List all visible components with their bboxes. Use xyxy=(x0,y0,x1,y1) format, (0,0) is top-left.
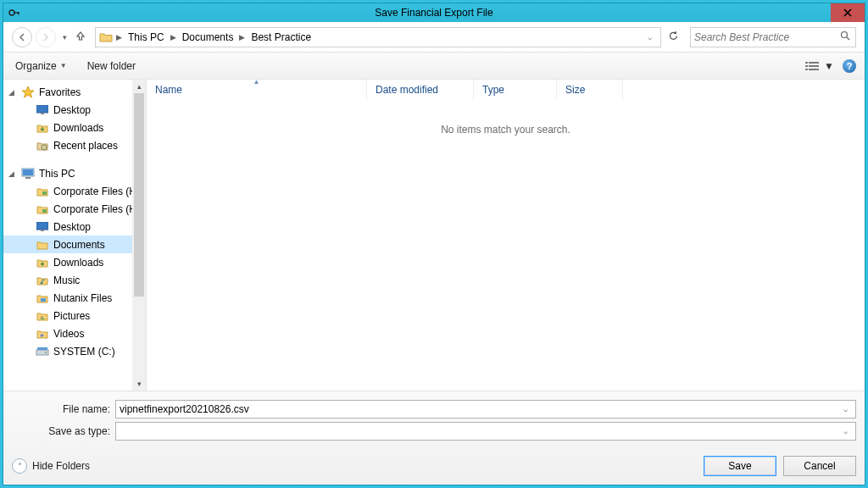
folder-icon xyxy=(36,291,49,305)
tree-this-pc[interactable]: ◢ This PC xyxy=(3,164,132,182)
crumb-this-pc[interactable]: This PC xyxy=(125,30,167,45)
tree-item-downloads[interactable]: Downloads xyxy=(3,119,132,136)
button-label: Cancel xyxy=(804,460,835,472)
tree-item-music[interactable]: Music xyxy=(3,271,132,289)
view-options-button[interactable]: ▼ xyxy=(802,58,837,74)
cancel-button[interactable]: Cancel xyxy=(783,456,856,476)
footer-panel: File name: ⌵ Save as type: ⌵ ˄ Hide Fold… xyxy=(3,391,865,485)
hide-folders-button[interactable]: ˄ Hide Folders xyxy=(12,458,90,474)
crumb-best-practice[interactable]: Best Practice xyxy=(248,30,314,45)
documents-icon xyxy=(36,238,49,252)
filename-combo[interactable]: ⌵ xyxy=(115,400,856,419)
back-button[interactable] xyxy=(12,27,32,47)
nav-bar: ▾ ▶ This PC ▶ Documents ▶ Best Practice … xyxy=(3,22,865,53)
videos-icon xyxy=(36,327,49,341)
nav-scrollbar[interactable]: ▴ ▾ xyxy=(132,80,146,391)
saveastype-input[interactable] xyxy=(120,425,838,437)
svg-rect-10 xyxy=(809,69,819,70)
file-list[interactable]: No items match your search. xyxy=(147,100,865,391)
column-name[interactable]: ▲Name xyxy=(147,80,367,100)
recent-locations-dropdown[interactable]: ▾ xyxy=(59,33,70,42)
tree-label: Nutanix Files xyxy=(53,292,112,304)
scroll-up-button[interactable]: ▴ xyxy=(132,80,146,93)
chevron-up-icon: ˄ xyxy=(12,458,27,474)
tree-item-videos[interactable]: Videos xyxy=(3,324,132,342)
chevron-right-icon[interactable]: ▶ xyxy=(114,33,124,42)
address-dropdown[interactable]: ⌵ xyxy=(643,33,657,42)
tree-item-desktop[interactable]: Desktop xyxy=(3,101,132,119)
svg-point-3 xyxy=(842,32,848,38)
sort-asc-icon: ▲ xyxy=(253,78,260,86)
svg-rect-5 xyxy=(805,62,808,64)
command-bar: Organize▼ New folder ▼ ? xyxy=(3,53,865,80)
tree-item-nutanix-files[interactable]: Nutanix Files xyxy=(3,289,132,307)
tree-item-documents[interactable]: Documents xyxy=(3,236,132,253)
svg-rect-25 xyxy=(37,347,47,350)
tree-label: Corporate Files (H xyxy=(53,186,132,197)
chevron-down-icon[interactable]: ⌵ xyxy=(838,405,852,413)
scroll-thumb[interactable] xyxy=(134,93,144,297)
svg-rect-17 xyxy=(42,191,47,195)
download-icon xyxy=(36,256,49,269)
scroll-down-button[interactable]: ▾ xyxy=(132,377,146,391)
help-button[interactable]: ? xyxy=(843,59,856,73)
title-bar[interactable]: Save Financial Export File xyxy=(3,3,865,22)
star-icon xyxy=(21,86,35,99)
address-bar[interactable]: ▶ This PC ▶ Documents ▶ Best Practice ⌵ xyxy=(95,27,661,47)
tree-item-pictures[interactable]: Pictures xyxy=(3,307,132,324)
tree-label: Videos xyxy=(53,328,84,340)
column-size[interactable]: Size xyxy=(557,80,623,100)
tree-item-recent[interactable]: Recent places xyxy=(3,136,132,154)
tree-label: Pictures xyxy=(53,310,90,322)
new-folder-button[interactable]: New folder xyxy=(84,58,139,74)
search-icon[interactable] xyxy=(838,30,852,43)
tree-item-corporate-files-h[interactable]: Corporate Files (H xyxy=(3,182,132,200)
chevron-down-icon[interactable]: ⌵ xyxy=(838,427,852,435)
tree-label: Desktop xyxy=(53,221,91,233)
crumb-documents[interactable]: Documents xyxy=(180,30,236,45)
organize-button[interactable]: Organize▼ xyxy=(12,58,70,74)
recent-icon xyxy=(36,139,49,152)
tree-label: Favorites xyxy=(39,86,81,98)
saveastype-combo[interactable]: ⌵ xyxy=(115,422,856,441)
tree-item-system-c[interactable]: SYSTEM (C:) xyxy=(3,342,132,360)
close-button[interactable] xyxy=(831,3,865,22)
organize-label: Organize xyxy=(15,60,57,72)
tree-item-desktop[interactable]: Desktop xyxy=(3,218,132,236)
save-button[interactable]: Save xyxy=(704,456,776,476)
computer-icon xyxy=(21,167,35,180)
pictures-icon xyxy=(36,309,49,323)
tree-favorites[interactable]: ◢ Favorites xyxy=(3,83,132,101)
svg-rect-11 xyxy=(36,105,48,113)
tree-label: Corporate Files (H xyxy=(53,203,132,215)
tree-label: Desktop xyxy=(53,104,91,116)
svg-point-26 xyxy=(45,352,47,353)
column-type[interactable]: Type xyxy=(474,80,557,100)
tree-item-downloads[interactable]: Downloads xyxy=(3,253,132,271)
chevron-right-icon[interactable]: ▶ xyxy=(169,33,178,42)
forward-button[interactable] xyxy=(36,27,56,47)
column-date-modified[interactable]: Date modified xyxy=(367,80,474,100)
drive-icon xyxy=(36,345,49,358)
navigation-pane: ◢ Favorites Desktop Downloads Recent pla… xyxy=(3,80,132,391)
music-icon xyxy=(36,274,49,287)
tree-label: Documents xyxy=(53,239,105,251)
network-folder-icon xyxy=(36,202,49,216)
button-label: Save xyxy=(728,460,751,472)
tree-label: Downloads xyxy=(53,257,103,269)
scroll-track[interactable] xyxy=(132,297,146,377)
search-input[interactable] xyxy=(694,31,838,43)
chevron-right-icon[interactable]: ▶ xyxy=(237,33,247,42)
collapse-icon[interactable]: ◢ xyxy=(8,88,17,97)
refresh-button[interactable] xyxy=(665,30,682,44)
search-box[interactable] xyxy=(690,27,856,47)
collapse-icon[interactable]: ◢ xyxy=(8,169,17,178)
svg-rect-18 xyxy=(42,209,47,213)
svg-rect-7 xyxy=(805,65,808,67)
tree-label: This PC xyxy=(39,168,75,180)
saveastype-label: Save as type: xyxy=(12,425,115,437)
up-button[interactable] xyxy=(75,30,86,44)
filename-input[interactable] xyxy=(120,403,838,415)
tree-item-corporate-files-h[interactable]: Corporate Files (H xyxy=(3,200,132,218)
column-label: Size xyxy=(565,84,585,96)
